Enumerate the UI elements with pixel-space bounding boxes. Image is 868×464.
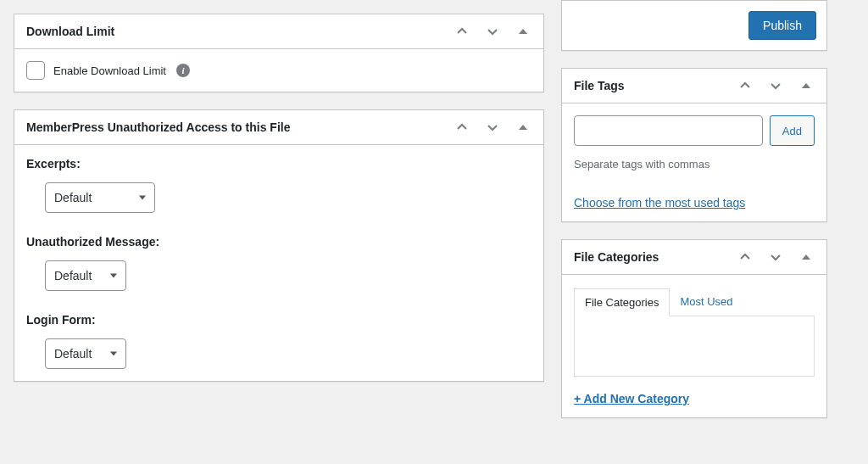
move-down-button[interactable] bbox=[482, 117, 503, 137]
chevron-up-icon bbox=[738, 250, 752, 264]
publish-panel: Publish bbox=[561, 0, 827, 51]
svg-marker-0 bbox=[519, 29, 527, 34]
panel-header: File Tags bbox=[562, 69, 826, 103]
file-tags-panel: File Tags Add Se bbox=[561, 68, 827, 222]
move-up-button[interactable] bbox=[735, 247, 755, 267]
panel-handle-actions bbox=[735, 247, 826, 267]
memberpress-access-panel: MemberPress Unauthorized Access to this … bbox=[14, 109, 544, 382]
login-form-label: Login Form: bbox=[26, 313, 531, 327]
add-tag-button[interactable]: Add bbox=[770, 115, 815, 146]
panel-handle-actions bbox=[452, 21, 543, 42]
panel-header: File Categories bbox=[562, 240, 826, 275]
info-icon[interactable]: i bbox=[176, 64, 190, 77]
toggle-panel-button[interactable] bbox=[796, 247, 816, 267]
triangle-up-icon bbox=[799, 79, 813, 92]
toggle-panel-button[interactable] bbox=[796, 75, 816, 96]
panel-title: File Tags bbox=[562, 69, 637, 103]
svg-marker-1 bbox=[519, 125, 527, 130]
chevron-down-icon bbox=[769, 250, 782, 264]
unauthorized-message-label: Unauthorized Message: bbox=[26, 235, 531, 249]
svg-marker-3 bbox=[802, 254, 810, 260]
unauthorized-message-select[interactable]: Default bbox=[45, 260, 126, 291]
panel-title: Download Limit bbox=[14, 14, 126, 48]
triangle-up-icon bbox=[516, 120, 530, 134]
enable-download-limit-label: Enable Download Limit bbox=[53, 64, 166, 77]
chevron-down-icon bbox=[486, 25, 499, 38]
panel-title: MemberPress Unauthorized Access to this … bbox=[14, 110, 302, 144]
toggle-panel-button[interactable] bbox=[513, 21, 533, 42]
panel-title: File Categories bbox=[562, 240, 670, 274]
panel-handle-actions bbox=[735, 75, 826, 96]
chevron-up-icon bbox=[455, 25, 469, 38]
tag-input[interactable] bbox=[574, 115, 763, 146]
enable-download-limit-checkbox[interactable] bbox=[26, 61, 45, 80]
chevron-up-icon bbox=[738, 79, 752, 92]
panel-header: MemberPress Unauthorized Access to this … bbox=[14, 110, 543, 145]
panel-header: Download Limit bbox=[14, 14, 543, 49]
tab-file-categories[interactable]: File Categories bbox=[574, 288, 670, 316]
chevron-down-icon bbox=[486, 120, 499, 134]
chevron-down-icon bbox=[769, 79, 782, 92]
download-limit-panel: Download Limit Enable Download Li bbox=[14, 14, 544, 92]
move-down-button[interactable] bbox=[482, 21, 503, 42]
move-down-button[interactable] bbox=[765, 75, 786, 96]
move-down-button[interactable] bbox=[765, 247, 786, 267]
category-checklist[interactable] bbox=[574, 316, 815, 377]
chevron-up-icon bbox=[455, 120, 469, 134]
move-up-button[interactable] bbox=[452, 21, 472, 42]
tags-howto: Separate tags with commas bbox=[574, 158, 815, 171]
choose-most-used-tags-link[interactable]: Choose from the most used tags bbox=[574, 196, 745, 210]
panel-handle-actions bbox=[452, 117, 543, 137]
triangle-up-icon bbox=[516, 25, 530, 38]
tab-most-used[interactable]: Most Used bbox=[670, 288, 743, 316]
publish-button[interactable]: Publish bbox=[748, 11, 816, 40]
triangle-up-icon bbox=[799, 250, 813, 264]
svg-marker-2 bbox=[802, 83, 810, 88]
category-tabs: File Categories Most Used bbox=[574, 288, 815, 316]
add-new-category-link[interactable]: + Add New Category bbox=[574, 392, 689, 405]
file-categories-panel: File Categories File Categories Mo bbox=[561, 239, 827, 418]
excerpts-label: Excerpts: bbox=[26, 157, 531, 171]
move-up-button[interactable] bbox=[452, 117, 472, 137]
login-form-select[interactable]: Default bbox=[45, 338, 126, 369]
excerpts-select[interactable]: Default bbox=[45, 182, 155, 213]
move-up-button[interactable] bbox=[735, 75, 755, 96]
toggle-panel-button[interactable] bbox=[513, 117, 533, 137]
